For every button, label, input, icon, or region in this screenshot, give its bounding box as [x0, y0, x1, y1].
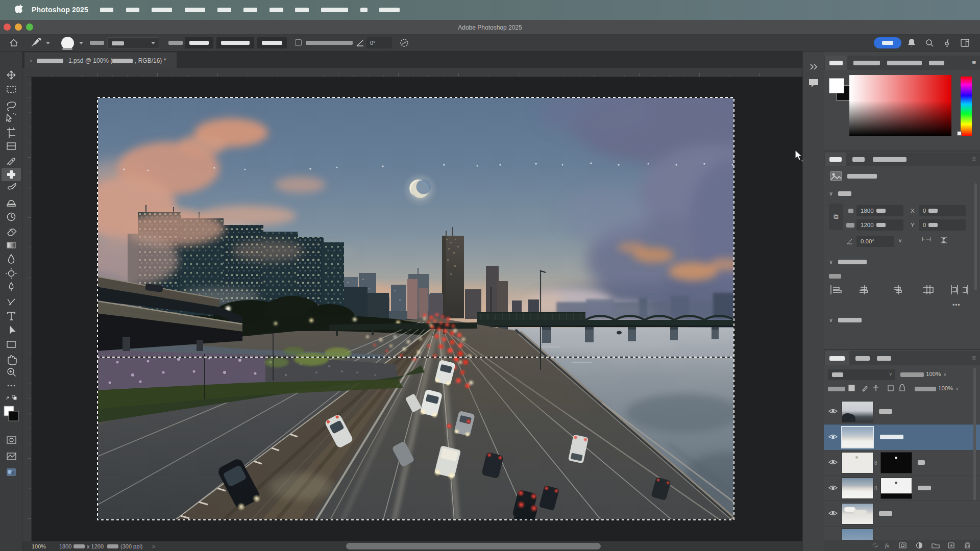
svg-text:fx: fx	[885, 542, 889, 548]
